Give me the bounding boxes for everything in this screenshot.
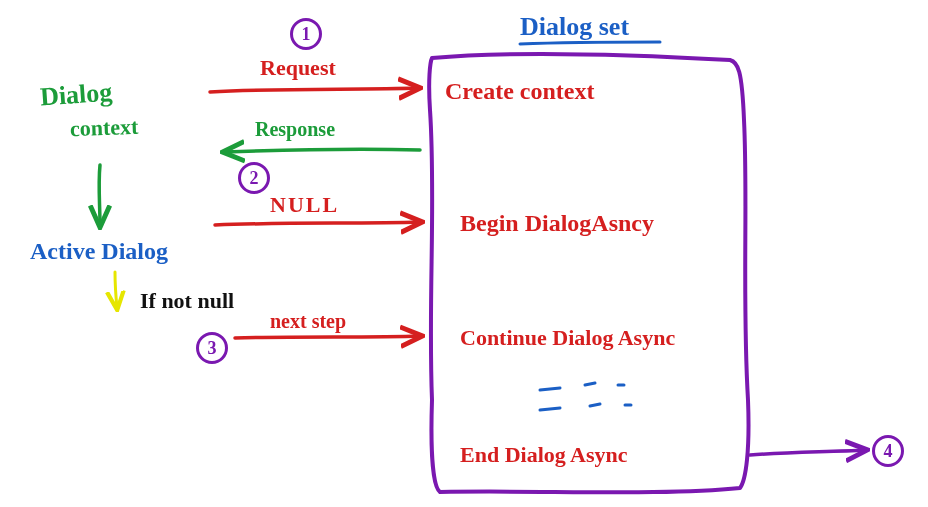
continue-dialog-label: Continue Dialog Async (460, 325, 675, 351)
context-to-active-arrow (99, 165, 100, 225)
create-context-label: Create context (445, 78, 594, 105)
request-arrow (210, 88, 418, 92)
active-to-ifnotnull-arrow (115, 272, 117, 308)
end-to-4-arrow (750, 450, 865, 455)
begin-dialog-label: Begin DialogAsncy (460, 210, 654, 237)
marker-4: 4 (872, 435, 904, 467)
active-dialog-label: Active Dialog (30, 238, 168, 265)
title-underline (520, 42, 660, 44)
next-step-label: next step (270, 310, 346, 333)
response-label: Response (255, 118, 335, 141)
null-label: NULL (270, 192, 339, 218)
dialog-set-title: Dialog set (520, 12, 629, 42)
null-arrow (215, 222, 420, 225)
svg-line-4 (590, 404, 600, 406)
marker-3-circle: 3 (196, 332, 228, 364)
if-not-null-label: If not null (140, 288, 234, 314)
dialog-context-label-line2: context (70, 114, 139, 142)
end-dialog-label: End Dialog Async (460, 442, 628, 468)
marker-1: 1 (290, 18, 322, 50)
marker-1-circle: 1 (290, 18, 322, 50)
dialog-set-box (429, 54, 748, 493)
ellipsis-dashes (540, 383, 631, 410)
marker-2-circle: 2 (238, 162, 270, 194)
svg-line-1 (585, 383, 595, 385)
request-label: Request (260, 55, 336, 81)
dialog-context-label-line1: Dialog (39, 78, 113, 113)
marker-3: 3 (196, 332, 228, 364)
response-arrow (225, 149, 420, 152)
marker-2: 2 (238, 162, 270, 194)
next-step-arrow (235, 336, 420, 338)
svg-line-3 (540, 408, 560, 410)
svg-line-0 (540, 388, 560, 390)
marker-4-circle: 4 (872, 435, 904, 467)
